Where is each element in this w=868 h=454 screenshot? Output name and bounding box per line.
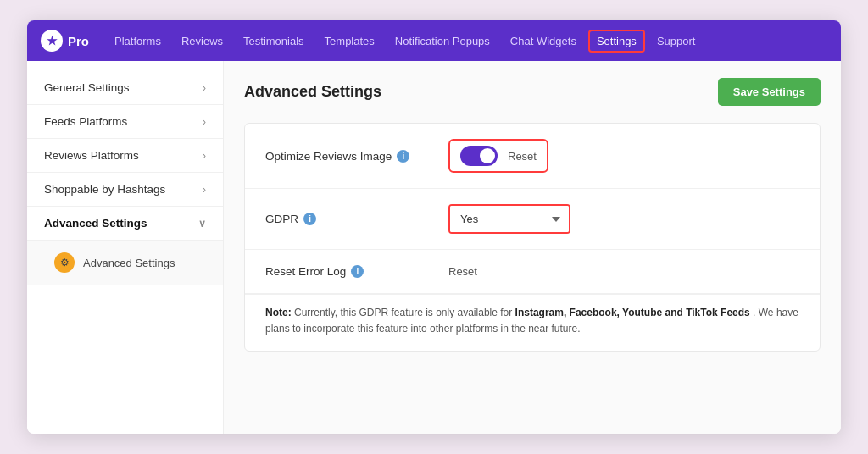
note-platforms: Instagram, Facebook, Youtube and TikTok … <box>515 307 750 318</box>
reset-error-log-row: Reset Error Log i Reset <box>245 250 820 294</box>
reset-error-log-label: Reset Error Log i <box>265 265 435 278</box>
logo-text: Pro <box>68 34 89 48</box>
sidebar-sub-menu: ⚙ Advanced Settings <box>27 241 223 285</box>
save-settings-button[interactable]: Save Settings <box>718 78 821 106</box>
note-prefix: Note: <box>265 307 292 318</box>
sidebar-item-feeds-platforms[interactable]: Feeds Platforms › <box>27 105 223 139</box>
gdpr-info-icon[interactable]: i <box>303 213 316 225</box>
chevron-icon-shoppable: › <box>203 184 206 196</box>
optimize-reset-link[interactable]: Reset <box>508 150 537 163</box>
page-title: Advanced Settings <box>244 83 381 101</box>
sidebar-sub-item-advanced-settings[interactable]: ⚙ Advanced Settings <box>41 244 223 281</box>
gdpr-label: GDPR i <box>265 213 435 225</box>
nav-testimonials[interactable]: Testimonials <box>235 30 313 53</box>
nav-settings[interactable]: Settings <box>588 30 645 53</box>
sidebar-sub-label-advanced: Advanced Settings <box>83 257 175 269</box>
optimize-toggle[interactable] <box>460 146 498 166</box>
logo-icon: ★ <box>41 30 63 52</box>
nav-notification-popups[interactable]: Notification Popups <box>387 30 498 53</box>
chevron-icon-reviews: › <box>203 150 206 162</box>
sidebar-label-reviews: Reviews Platforms <box>44 149 139 162</box>
main-content: Advanced Settings Save Settings Optimize… <box>224 61 841 434</box>
sidebar-label-general: General Settings <box>44 81 130 94</box>
reset-error-log-link[interactable]: Reset <box>448 265 477 278</box>
sidebar-item-shoppable[interactable]: Shoppable by Hashtags › <box>27 173 223 207</box>
sidebar-item-reviews-platforms[interactable]: Reviews Platforms › <box>27 139 223 173</box>
nav-platforms[interactable]: Platforms <box>106 30 170 53</box>
chevron-icon-general: › <box>203 82 206 94</box>
optimize-reviews-label: Optimize Reviews Image i <box>265 150 435 163</box>
sub-icon-advanced: ⚙ <box>54 252 75 273</box>
app-window: ★ Pro Platforms Reviews Testimonials Tem… <box>27 20 841 434</box>
sidebar-label-feeds: Feeds Platforms <box>44 115 127 128</box>
navbar: ★ Pro Platforms Reviews Testimonials Tem… <box>27 20 841 61</box>
nav-support[interactable]: Support <box>648 30 704 53</box>
main-layout: General Settings › Feeds Platforms › Rev… <box>27 61 841 434</box>
nav-templates[interactable]: Templates <box>316 30 383 53</box>
optimize-info-icon[interactable]: i <box>397 150 409 163</box>
reset-error-info-icon[interactable]: i <box>351 265 364 278</box>
optimize-reviews-row: Optimize Reviews Image i Reset <box>245 124 820 189</box>
sidebar-item-advanced-settings[interactable]: Advanced Settings ∨ <box>27 207 223 241</box>
chevron-icon-feeds: › <box>203 116 206 128</box>
toggle-wrap: Reset <box>448 139 548 173</box>
chevron-icon-advanced: ∨ <box>198 218 206 230</box>
sidebar-item-general-settings[interactable]: General Settings › <box>27 71 223 105</box>
note-text: Note: Currently, this GDPR feature is on… <box>265 305 799 337</box>
sidebar-label-shoppable: Shoppable by Hashtags <box>44 183 165 196</box>
gdpr-select[interactable]: Yes No <box>450 206 569 232</box>
nav-reviews[interactable]: Reviews <box>173 30 231 53</box>
gdpr-select-wrap: Yes No <box>448 204 570 234</box>
sidebar-label-advanced: Advanced Settings <box>44 217 147 230</box>
navbar-logo: ★ Pro <box>41 30 89 52</box>
sidebar: General Settings › Feeds Platforms › Rev… <box>27 61 224 434</box>
gdpr-note: Note: Currently, this GDPR feature is on… <box>245 294 820 351</box>
gdpr-row: GDPR i Yes No <box>245 189 820 250</box>
nav-chat-widgets[interactable]: Chat Widgets <box>502 30 585 53</box>
settings-card: Optimize Reviews Image i Reset GDPR i <box>244 123 821 352</box>
content-header: Advanced Settings Save Settings <box>244 78 821 106</box>
